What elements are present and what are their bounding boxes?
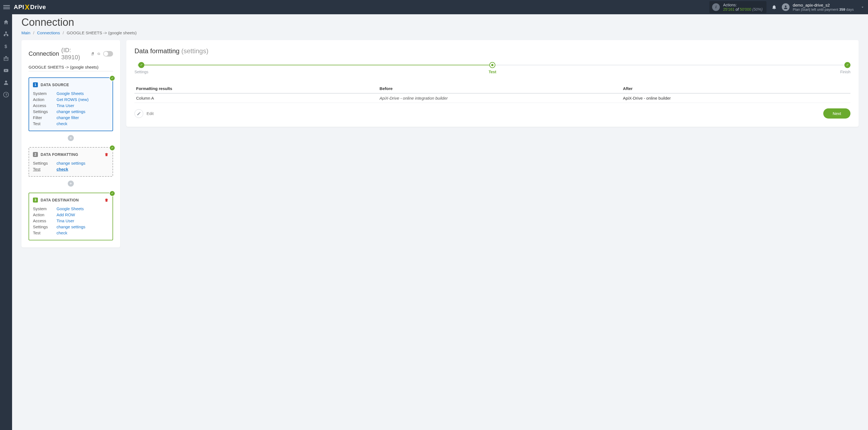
pencil-icon bbox=[134, 109, 143, 118]
logo-drive: Drive bbox=[30, 4, 46, 11]
actions-pct: (50%) bbox=[752, 7, 762, 11]
table-row: Column A ApiX-Drive - online integration… bbox=[134, 93, 850, 103]
main-title: Data formatting bbox=[134, 47, 180, 55]
svg-rect-3 bbox=[7, 35, 8, 36]
user-name: demo_apix-drive_s2 bbox=[793, 3, 854, 7]
page-title: Connection bbox=[22, 14, 859, 28]
results-table: Formatting results Before After Column A… bbox=[134, 84, 850, 103]
chevron-down-icon bbox=[860, 5, 865, 9]
step-finish[interactable]: Finish bbox=[840, 62, 850, 74]
user-menu[interactable]: demo_apix-drive_s2 Plan |Start| left unt… bbox=[782, 3, 865, 11]
actions-used: 25'161 bbox=[723, 7, 735, 11]
step-number: 2 bbox=[33, 152, 38, 157]
crumb-main[interactable]: Main bbox=[22, 30, 30, 35]
step-number: 3 bbox=[33, 197, 38, 203]
check-icon bbox=[109, 190, 115, 196]
actions-box[interactable]: i Actions: 25'161 of 50'000 (50%) bbox=[709, 1, 767, 13]
logo-api: API bbox=[14, 4, 24, 11]
svg-point-6 bbox=[5, 81, 7, 83]
connection-toggle[interactable] bbox=[103, 51, 113, 57]
step-data-destination[interactable]: 3 DATA DESTINATION SystemGoogle Sheets A… bbox=[29, 193, 113, 240]
breadcrumb: Main / Connections / GOOGLE SHEETS -> (g… bbox=[22, 30, 859, 35]
conn-id: (ID: 38910) bbox=[61, 47, 89, 61]
step-data-formatting[interactable]: 2 DATA FORMATTING Settingschange setting… bbox=[29, 147, 113, 177]
add-step-button[interactable]: + bbox=[68, 181, 74, 187]
add-step-button[interactable]: + bbox=[68, 135, 74, 141]
col-after: After bbox=[621, 84, 850, 93]
step-title: DATA SOURCE bbox=[41, 83, 69, 87]
edit-button[interactable]: Edit bbox=[134, 109, 154, 118]
logo-x: X bbox=[25, 3, 30, 11]
col-before: Before bbox=[378, 84, 621, 93]
check-icon bbox=[109, 75, 115, 81]
svg-text:$: $ bbox=[5, 44, 7, 49]
crumb-connections[interactable]: Connections bbox=[37, 30, 60, 35]
logo[interactable]: APIXDrive bbox=[14, 3, 46, 11]
sitemap-icon[interactable] bbox=[3, 31, 9, 37]
user-plan: Plan |Start| left until payment 359 days bbox=[793, 7, 854, 11]
user-icon[interactable] bbox=[3, 80, 9, 86]
crumb-current: GOOGLE SHEETS -> (google sheets) bbox=[67, 30, 137, 35]
actions-total: 50'000 bbox=[740, 7, 751, 11]
main-panel: Data formatting (settings) Settings Test… bbox=[126, 40, 859, 127]
bell-icon[interactable] bbox=[771, 4, 777, 10]
briefcase-icon[interactable] bbox=[3, 55, 9, 61]
main-subtitle: (settings) bbox=[181, 47, 209, 55]
trash-icon[interactable] bbox=[104, 152, 109, 157]
next-button[interactable]: Next bbox=[823, 109, 850, 119]
step-title: DATA FORMATTING bbox=[41, 152, 78, 157]
hamburger-icon[interactable] bbox=[3, 4, 10, 10]
dollar-icon[interactable]: $ bbox=[3, 43, 9, 50]
copy-icon[interactable] bbox=[91, 52, 95, 56]
col-results: Formatting results bbox=[134, 84, 378, 93]
svg-rect-1 bbox=[5, 32, 7, 33]
actions-of: of bbox=[736, 7, 739, 11]
wizard-stepper: Settings Test Finish bbox=[134, 62, 850, 76]
info-icon: i bbox=[712, 3, 720, 11]
youtube-icon[interactable] bbox=[3, 67, 9, 73]
avatar-icon bbox=[782, 3, 789, 11]
step-number: 1 bbox=[33, 82, 38, 87]
help-icon[interactable]: ? bbox=[3, 92, 9, 98]
step-settings[interactable]: Settings bbox=[134, 62, 149, 74]
conn-subtitle: GOOGLE SHEETS -> (google sheets) bbox=[29, 65, 113, 71]
check-icon bbox=[109, 145, 115, 151]
step-data-source[interactable]: 1 DATA SOURCE SystemGoogle Sheets Action… bbox=[29, 78, 113, 131]
svg-point-0 bbox=[785, 5, 786, 7]
home-icon[interactable] bbox=[3, 19, 9, 25]
step-test[interactable]: Test bbox=[489, 62, 496, 74]
actions-label: Actions: bbox=[723, 3, 763, 7]
gear-icon[interactable] bbox=[97, 52, 101, 56]
conn-title: Connection bbox=[29, 50, 59, 57]
step-title: DATA DESTINATION bbox=[41, 198, 79, 202]
side-rail: $ ? bbox=[0, 14, 12, 430]
connection-panel: Connection (ID: 38910) GOOGLE SHEETS -> … bbox=[22, 40, 120, 247]
svg-text:?: ? bbox=[5, 93, 7, 97]
topbar: APIXDrive i Actions: 25'161 of 50'000 (5… bbox=[0, 0, 868, 14]
trash-icon[interactable] bbox=[104, 198, 109, 202]
svg-rect-2 bbox=[4, 35, 5, 36]
